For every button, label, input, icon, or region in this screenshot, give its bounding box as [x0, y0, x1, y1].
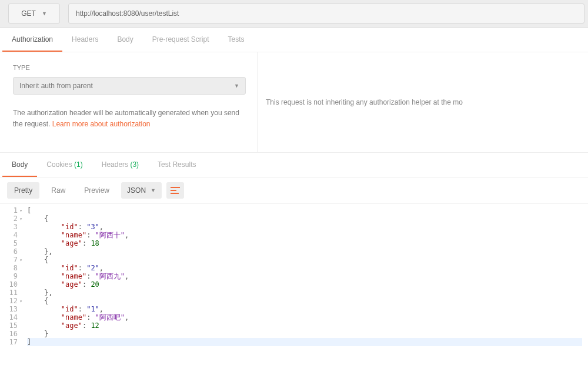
format-select[interactable]: JSON ▼: [121, 182, 162, 199]
wrap-icon: [171, 186, 180, 195]
auth-help-text: The authorization header will be automat…: [13, 108, 244, 129]
cookies-label: Cookies: [46, 160, 72, 169]
auth-type-select[interactable]: Inherit auth from parent ▼: [13, 77, 246, 95]
tab-response-body[interactable]: Body: [2, 153, 37, 177]
auth-inherit-note: This request is not inheriting any autho…: [258, 52, 588, 152]
auth-panel: TYPE Inherit auth from parent ▼ The auth…: [0, 52, 258, 152]
auth-learn-more-link[interactable]: Learn more about authorization: [52, 120, 151, 128]
request-bar: GET ▼: [0, 0, 588, 28]
tab-response-testresults[interactable]: Test Results: [148, 153, 205, 177]
chevron-down-icon: ▼: [234, 83, 239, 89]
request-tabs: Authorization Headers Body Pre-request S…: [0, 28, 588, 52]
auth-type-value: Inherit auth from parent: [19, 82, 93, 90]
view-raw-button[interactable]: Raw: [44, 182, 72, 199]
view-pretty-button[interactable]: Pretty: [7, 182, 39, 199]
tab-response-headers[interactable]: Headers (3): [92, 153, 148, 177]
wrap-lines-button[interactable]: [166, 182, 184, 199]
auth-type-label: TYPE: [13, 64, 244, 71]
format-label: JSON: [127, 186, 146, 195]
headers-label: Headers: [102, 160, 128, 169]
tab-authorization[interactable]: Authorization: [2, 28, 62, 52]
chevron-down-icon: ▼: [151, 187, 156, 193]
http-method-select[interactable]: GET ▼: [8, 4, 60, 24]
view-preview-button[interactable]: Preview: [77, 182, 116, 199]
code-lines: [ { "id": "3", "name": "阿西十", "age": 18 …: [21, 206, 582, 346]
tab-headers[interactable]: Headers: [62, 28, 108, 52]
url-input[interactable]: [68, 4, 584, 24]
headers-count: (3): [130, 160, 139, 169]
tab-tests[interactable]: Tests: [218, 28, 253, 52]
line-gutter: 1 2 3 4 5 6 7 8 9 10 11 12 13 14 15 16 1…: [6, 206, 21, 346]
tab-prerequest[interactable]: Pre-request Script: [143, 28, 219, 52]
tab-response-cookies[interactable]: Cookies (1): [37, 153, 92, 177]
http-method-label: GET: [21, 9, 36, 18]
cookies-count: (1): [74, 160, 83, 169]
chevron-down-icon: ▼: [42, 11, 47, 16]
response-tabs: Body Cookies (1) Headers (3) Test Result…: [0, 153, 588, 177]
response-toolbar: Pretty Raw Preview JSON ▼: [0, 177, 588, 204]
response-body-viewer[interactable]: 1 2 3 4 5 6 7 8 9 10 11 12 13 14 15 16 1…: [0, 204, 588, 346]
tab-body[interactable]: Body: [108, 28, 142, 52]
auth-row: TYPE Inherit auth from parent ▼ The auth…: [0, 52, 588, 153]
